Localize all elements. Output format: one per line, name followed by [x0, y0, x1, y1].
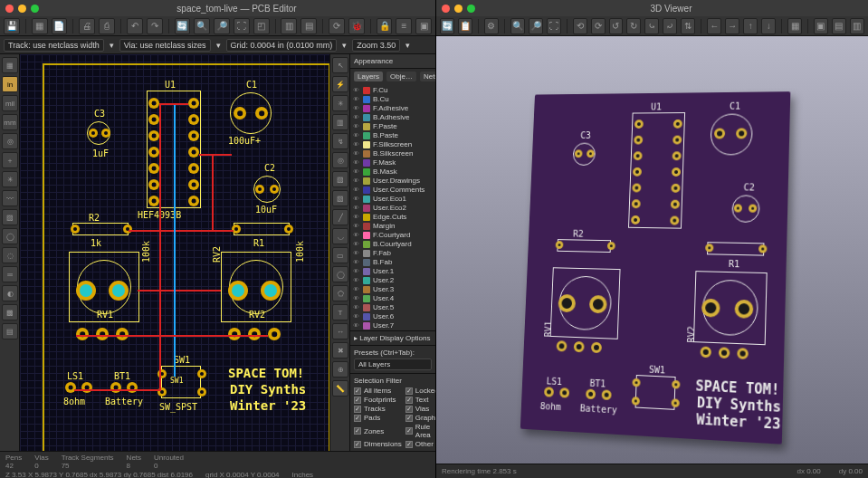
- rotate-y-pos-button[interactable]: ↻: [626, 18, 641, 34]
- measure-tool[interactable]: 📏: [332, 380, 348, 397]
- toggle-tht-button[interactable]: ▣: [814, 18, 828, 34]
- set-origin-tool[interactable]: ⊕: [332, 361, 348, 378]
- flip-button[interactable]: ⇅: [681, 18, 695, 34]
- layer-swatch[interactable]: [363, 322, 370, 330]
- close-icon[interactable]: [442, 5, 450, 13]
- layer-swatch[interactable]: [363, 177, 370, 185]
- redo-button[interactable]: ↷: [147, 18, 163, 34]
- visibility-icon[interactable]: 👁: [353, 313, 360, 320]
- minimize-icon[interactable]: [454, 5, 463, 13]
- layer-row[interactable]: 👁 User.Eco2: [353, 204, 433, 213]
- zoom-in-button[interactable]: 🔍: [510, 18, 525, 34]
- layer-swatch[interactable]: [363, 214, 370, 221]
- move-up-button[interactable]: ↑: [743, 18, 758, 34]
- filter-checkbox[interactable]: ✓Rule Area: [405, 423, 435, 439]
- show-3d-button[interactable]: ▣: [415, 18, 432, 34]
- undo-button[interactable]: ↶: [127, 18, 143, 34]
- layer-row[interactable]: 👁 B.Paste: [353, 131, 433, 140]
- visibility-icon[interactable]: 👁: [353, 132, 360, 139]
- layer-swatch[interactable]: [363, 168, 370, 176]
- footprint-browser-button[interactable]: ▤: [300, 18, 317, 34]
- rotate-x-pos-button[interactable]: ⟳: [591, 18, 606, 34]
- draw-rect-tool[interactable]: ▭: [332, 247, 348, 263]
- layer-row[interactable]: 👁 F.Mask: [353, 158, 433, 167]
- copy-image-button[interactable]: 📋: [458, 18, 472, 34]
- layer-swatch[interactable]: [363, 96, 370, 103]
- layer-row[interactable]: 👁 User.3: [353, 285, 433, 294]
- save-button[interactable]: 💾: [4, 18, 20, 34]
- zoom-out-button[interactable]: 🔎: [529, 18, 543, 34]
- track-width-combo[interactable]: Track: use netclass width: [4, 39, 104, 52]
- add-via-tool[interactable]: ◎: [332, 152, 348, 168]
- layer-row[interactable]: 👁 F.Silkscreen: [353, 140, 433, 149]
- visibility-icon[interactable]: 👁: [353, 277, 360, 284]
- update-pcb-button[interactable]: ⟳: [329, 18, 345, 34]
- layers-list[interactable]: 👁 F.Cu👁 B.Cu👁 F.Adhesive👁 B.Adhesive👁 F.…: [350, 84, 435, 330]
- layer-row[interactable]: 👁 User.4: [353, 294, 433, 303]
- ortho-button[interactable]: ▦: [787, 18, 802, 34]
- zoom-redraw-button[interactable]: 🔄: [175, 18, 191, 34]
- draw-arc-tool[interactable]: ◡: [332, 228, 348, 244]
- draw-line-tool[interactable]: ╱: [332, 209, 348, 225]
- layer-row[interactable]: 👁 User.7: [353, 321, 433, 330]
- maximize-icon[interactable]: [31, 5, 39, 13]
- layer-swatch[interactable]: [363, 150, 370, 158]
- layer-swatch[interactable]: [363, 295, 370, 302]
- visibility-icon[interactable]: 👁: [353, 177, 360, 185]
- reload-button[interactable]: 🔄: [440, 18, 454, 34]
- filter-checkbox[interactable]: ✓Tracks: [354, 405, 402, 413]
- visibility-icon[interactable]: 👁: [353, 87, 360, 94]
- layer-row[interactable]: 👁 F.Paste: [353, 122, 433, 131]
- select-tool[interactable]: ↖: [332, 57, 348, 73]
- rotate-y-neg-button[interactable]: ↺: [609, 18, 624, 34]
- visibility-icon[interactable]: 👁: [353, 304, 360, 311]
- visibility-icon[interactable]: 👁: [353, 286, 360, 293]
- maximize-icon[interactable]: [467, 5, 475, 13]
- print-button[interactable]: 🖨: [79, 18, 95, 34]
- draw-circle-tool[interactable]: ◯: [332, 266, 348, 282]
- tab-objects[interactable]: Obje…: [386, 72, 416, 81]
- drc-button[interactable]: 🐞: [348, 18, 365, 34]
- layer-row[interactable]: 👁 F.Cu: [353, 86, 433, 95]
- filter-checkbox[interactable]: ✓Footprints: [354, 396, 402, 404]
- via-size-combo[interactable]: Via: use netclass sizes: [119, 39, 211, 52]
- layer-row[interactable]: 👁 F.Fab: [353, 249, 433, 258]
- layer-swatch[interactable]: [363, 268, 370, 275]
- toggle-virtual-button[interactable]: ▥: [850, 18, 864, 34]
- layer-row[interactable]: 👁 B.Fab: [353, 258, 433, 267]
- delete-tool[interactable]: ✖: [332, 342, 348, 358]
- filter-checkbox[interactable]: ✓Dimensions: [354, 440, 402, 448]
- visibility-icon[interactable]: 👁: [353, 141, 360, 148]
- filter-checkbox[interactable]: ✓Pads: [354, 414, 402, 422]
- visibility-icon[interactable]: 👁: [353, 150, 360, 158]
- add-text-tool[interactable]: T: [332, 304, 348, 320]
- visibility-icon[interactable]: 👁: [353, 196, 360, 203]
- layer-row[interactable]: 👁 User.Drawings: [353, 177, 433, 186]
- layer-row[interactable]: 👁 B.Mask: [353, 167, 433, 177]
- via-outline-button[interactable]: ◌: [2, 247, 18, 263]
- zoom-in-button[interactable]: 🔍: [194, 18, 210, 34]
- visibility-icon[interactable]: 👁: [353, 96, 360, 103]
- visibility-icon[interactable]: 👁: [353, 322, 360, 330]
- layer-swatch[interactable]: [363, 141, 370, 148]
- visibility-icon[interactable]: 👁: [353, 159, 360, 167]
- visibility-icon[interactable]: 👁: [353, 105, 360, 112]
- rule-area-tool[interactable]: ▧: [332, 190, 348, 206]
- 3d-titlebar[interactable]: 3D Viewer: [436, 0, 868, 16]
- layer-row[interactable]: 👁 User.5: [353, 303, 433, 312]
- visibility-icon[interactable]: 👁: [353, 205, 360, 212]
- layer-swatch[interactable]: [363, 223, 370, 230]
- layer-row[interactable]: 👁 F.Adhesive: [353, 104, 433, 113]
- units-mm-button[interactable]: mm: [2, 114, 18, 130]
- move-down-button[interactable]: ↓: [761, 18, 776, 34]
- draw-polygon-tool[interactable]: ⬠: [332, 285, 348, 301]
- layer-swatch[interactable]: [363, 277, 370, 284]
- visibility-icon[interactable]: 👁: [353, 168, 360, 176]
- net-color-button[interactable]: ▩: [2, 304, 18, 320]
- zoom-selection-button[interactable]: ◰: [253, 18, 270, 34]
- tab-layers[interactable]: Layers: [354, 72, 383, 81]
- layer-row[interactable]: 👁 User.Comments: [353, 186, 433, 195]
- move-right-button[interactable]: →: [725, 18, 739, 34]
- layer-display-options[interactable]: ▸ Layer Display Options: [350, 330, 435, 345]
- zone-fill-button[interactable]: ▨: [2, 209, 18, 225]
